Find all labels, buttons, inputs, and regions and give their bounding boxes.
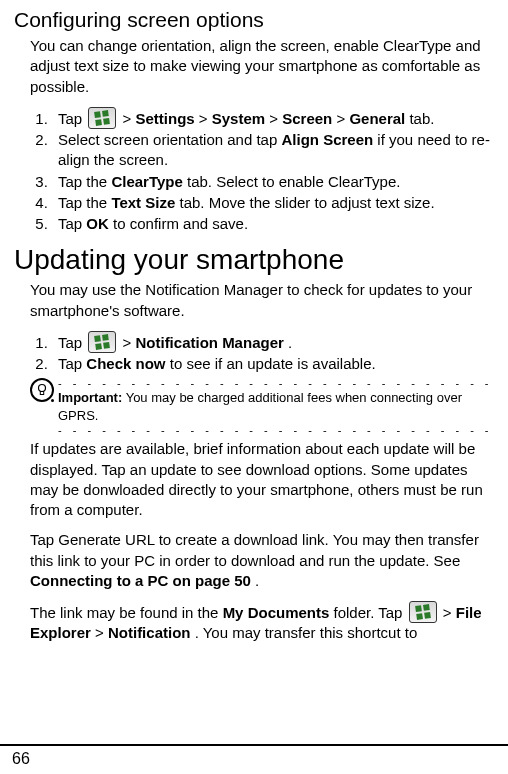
text: tab. Move the slider to adjust text size… — [179, 194, 434, 211]
text: > — [123, 334, 136, 351]
svg-point-8 — [39, 385, 46, 392]
btn-ok: OK — [86, 215, 109, 232]
nav-notification-manager: Notification Manager — [135, 334, 283, 351]
svg-rect-9 — [40, 392, 43, 395]
text: Tap the — [58, 194, 111, 211]
step-1-1: Tap > Settings > System > Screen > Gener… — [52, 107, 492, 129]
svg-rect-11 — [423, 604, 430, 611]
link-connecting-pc: Connecting to a PC on page 50 — [30, 572, 251, 589]
svg-rect-2 — [96, 119, 103, 126]
text: tab. Select to enable ClearType. — [187, 173, 400, 190]
btn-align-screen: Align Screen — [281, 131, 373, 148]
text: > — [443, 604, 456, 621]
step-1-3: Tap the ClearType tab. Select to enable … — [52, 172, 492, 192]
svg-rect-12 — [416, 613, 423, 620]
text: to confirm and save. — [113, 215, 248, 232]
text: Tap — [58, 355, 86, 372]
steps-list-2: Tap > Notification Manager . Tap Check n… — [30, 331, 492, 375]
page-number: 66 — [12, 750, 30, 767]
text: Tap Generate URL to create a download li… — [30, 531, 479, 568]
svg-rect-10 — [415, 605, 422, 612]
text: > — [95, 624, 108, 641]
text: > — [269, 110, 282, 127]
light-bulb-icon — [30, 378, 54, 402]
svg-rect-1 — [102, 110, 109, 117]
dash-rule-bottom: - - - - - - - - - - - - - - - - - - - - … — [58, 427, 492, 433]
text: > — [336, 110, 349, 127]
text: Tap the — [58, 173, 111, 190]
tab-text-size: Text Size — [111, 194, 175, 211]
step-2-1: Tap > Notification Manager . — [52, 331, 492, 353]
note-text: Important: You may be charged additional… — [58, 389, 492, 424]
text: folder. Tap — [333, 604, 406, 621]
svg-rect-7 — [103, 342, 110, 349]
text: > — [199, 110, 212, 127]
svg-rect-3 — [103, 118, 110, 125]
update-para-3: Tap Generate URL to create a download li… — [30, 530, 492, 591]
text: tab. — [409, 110, 434, 127]
important-note: - - - - - - - - - - - - - - - - - - - - … — [30, 380, 492, 433]
svg-rect-5 — [102, 334, 109, 341]
nav-screen: Screen — [282, 110, 332, 127]
page: { "section1": { "heading": "Configuring … — [0, 0, 508, 774]
heading-updating-smartphone: Updating your smartphone — [14, 244, 496, 276]
nav-settings: Settings — [135, 110, 194, 127]
windows-start-icon — [409, 601, 437, 623]
text: to see if an update is available. — [170, 355, 376, 372]
text: Tap — [58, 334, 86, 351]
text: . — [288, 334, 292, 351]
step-1-2: Select screen orientation and tap Align … — [52, 130, 492, 171]
text: The link may be found in the — [30, 604, 223, 621]
dash-rule-top: - - - - - - - - - - - - - - - - - - - - … — [58, 380, 492, 386]
nav-system: System — [212, 110, 265, 127]
svg-rect-4 — [94, 335, 101, 342]
intro-para-1: You can change orientation, align the sc… — [30, 36, 492, 97]
btn-check-now: Check now — [86, 355, 165, 372]
step-1-4: Tap the Text Size tab. Move the slider t… — [52, 193, 492, 213]
windows-start-icon — [88, 107, 116, 129]
text: Tap — [58, 110, 86, 127]
intro-para-2: You may use the Notification Manager to … — [30, 280, 492, 321]
text: Tap — [58, 215, 86, 232]
step-2-2: Tap Check now to see if an update is ava… — [52, 354, 492, 374]
text: > — [123, 110, 136, 127]
update-para-2: If updates are available, brief informat… — [30, 439, 492, 520]
folder-my-documents: My Documents — [223, 604, 330, 621]
text: . You may transfer this shortcut to — [195, 624, 418, 641]
svg-rect-6 — [96, 343, 103, 350]
heading-configuring-screen: Configuring screen options — [14, 8, 496, 32]
note-label: Important: — [58, 390, 122, 405]
text: . — [255, 572, 259, 589]
windows-start-icon — [88, 331, 116, 353]
svg-rect-0 — [94, 111, 101, 118]
step-1-5: Tap OK to confirm and save. — [52, 214, 492, 234]
nav-notification: Notification — [108, 624, 191, 641]
page-footer: 66 — [0, 744, 508, 768]
update-para-4: The link may be found in the My Document… — [30, 601, 492, 644]
tab-cleartype: ClearType — [111, 173, 182, 190]
svg-rect-13 — [424, 612, 431, 619]
nav-general: General — [349, 110, 405, 127]
steps-list-1: Tap > Settings > System > Screen > Gener… — [30, 107, 492, 235]
text: Select screen orientation and tap — [58, 131, 281, 148]
